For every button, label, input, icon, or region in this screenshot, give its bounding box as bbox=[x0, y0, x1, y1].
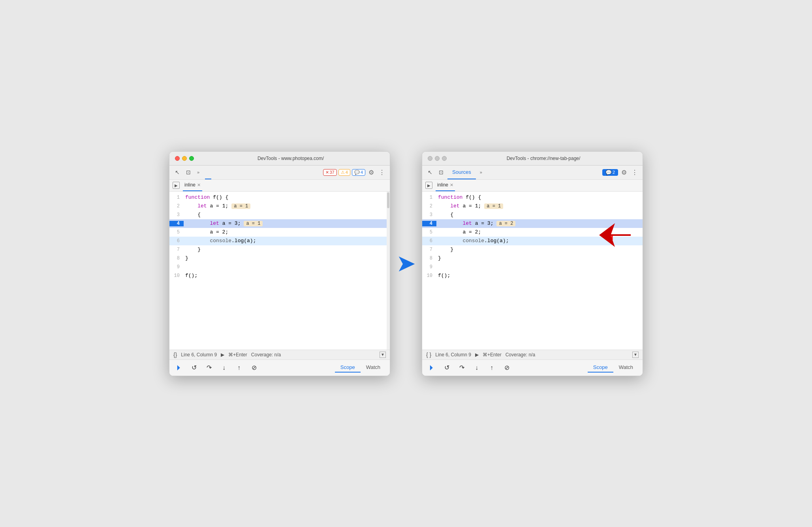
scene: DevTools - www.photopea.com/ ↖ ⊡ » ✕ 37 … bbox=[153, 136, 659, 392]
value-badge: a = 2 bbox=[496, 221, 515, 226]
right-step-out-button[interactable]: ↑ bbox=[486, 362, 497, 373]
table-row: 8} bbox=[169, 254, 390, 263]
code-token: f(); bbox=[438, 273, 450, 279]
left-close-button[interactable] bbox=[175, 156, 180, 161]
console-token: console bbox=[462, 238, 484, 244]
left-toolbar: ↖ ⊡ » ✕ 37 ⚠ 4 💬 4 ⚙ ⋮ bbox=[169, 166, 390, 180]
value-badge: a = 1 bbox=[484, 203, 503, 209]
right-code-area[interactable]: 1function f() {2 let a = 1;a = 13 {4 let… bbox=[422, 192, 643, 350]
code-token: } bbox=[438, 255, 441, 261]
right-play-button[interactable]: ▶ bbox=[425, 182, 432, 189]
right-run-label: ⌘+Enter bbox=[483, 352, 502, 358]
table-row: 10f(); bbox=[422, 271, 643, 280]
left-bottom-toolbar: ⏵ ↺ ↷ ↓ ↑ ⊘ Scope Watch bbox=[169, 359, 390, 376]
right-message-badge[interactable]: 💬 2 bbox=[602, 169, 618, 176]
right-watch-tab[interactable]: Watch bbox=[613, 363, 639, 373]
right-title: DevTools - chrome://new-tab-page/ bbox=[450, 156, 637, 161]
left-deactivate-button[interactable]: ⊘ bbox=[248, 362, 259, 373]
left-format-button[interactable]: {} bbox=[173, 352, 177, 358]
right-maximize-button[interactable] bbox=[442, 156, 447, 161]
code-token: .log(a); bbox=[484, 238, 509, 244]
left-minimize-button[interactable] bbox=[182, 156, 187, 161]
code-token bbox=[438, 203, 450, 209]
left-maximize-button[interactable] bbox=[189, 156, 194, 161]
right-close-button[interactable] bbox=[428, 156, 432, 161]
right-traffic-lights bbox=[428, 156, 447, 161]
right-inline-tab[interactable]: inline ✕ bbox=[436, 180, 455, 191]
left-code-area[interactable]: 1function f() {2 let a = 1;a = 13 {4 let… bbox=[169, 192, 390, 350]
left-tab-close[interactable]: ✕ bbox=[197, 183, 201, 188]
big-arrow-icon: ➤ bbox=[396, 252, 416, 275]
right-layers-icon[interactable]: ⊡ bbox=[436, 168, 446, 177]
console-token: console bbox=[210, 238, 231, 244]
left-long-resume-button[interactable]: ↺ bbox=[188, 362, 199, 373]
right-long-resume-button[interactable]: ↺ bbox=[441, 362, 452, 373]
right-cursor-icon[interactable]: ↖ bbox=[425, 168, 435, 177]
transition-arrow: ➤ bbox=[390, 252, 422, 275]
left-settings-icon[interactable]: ⚙ bbox=[367, 167, 376, 178]
table-row: 4 let a = 3;a = 1 bbox=[169, 219, 390, 228]
left-resume-button[interactable]: ⏵ bbox=[173, 362, 184, 373]
left-step-into-button[interactable]: ↓ bbox=[218, 362, 229, 373]
right-settings-icon[interactable]: ⚙ bbox=[620, 167, 628, 178]
right-deactivate-button[interactable]: ⊘ bbox=[501, 362, 512, 373]
left-title: DevTools - www.photopea.com/ bbox=[197, 156, 384, 161]
table-row: 1function f() { bbox=[169, 193, 390, 202]
right-step-over-button[interactable]: ↷ bbox=[456, 362, 467, 373]
code-token: { bbox=[438, 212, 453, 218]
right-tab-close[interactable]: ✕ bbox=[450, 183, 453, 188]
left-error-badge[interactable]: ✕ 37 bbox=[323, 169, 337, 176]
right-format-button[interactable]: { } bbox=[426, 352, 431, 358]
code-token: f() { bbox=[210, 194, 228, 200]
red-arrow-svg bbox=[599, 223, 631, 248]
right-file-tab-bar: ▶ inline ✕ bbox=[422, 180, 643, 192]
right-bottom-tabs: Scope Watch bbox=[588, 363, 639, 373]
code-token: a = 3; bbox=[472, 220, 494, 226]
code-token bbox=[185, 220, 210, 226]
code-token: a = 2; bbox=[438, 229, 481, 235]
left-scrollbar[interactable] bbox=[387, 192, 390, 350]
left-file-tab-bar: ▶ inline ✕ bbox=[169, 180, 390, 192]
left-status-bar: {} Line 6, Column 9 ▶ ⌘+Enter Coverage: … bbox=[169, 350, 390, 359]
table-row: 5 a = 2; bbox=[169, 228, 390, 237]
code-token: a = 3; bbox=[219, 220, 241, 226]
left-step-out-button[interactable]: ↑ bbox=[233, 362, 244, 373]
left-more-icon[interactable]: ⋮ bbox=[377, 167, 387, 178]
right-step-into-button[interactable]: ↓ bbox=[471, 362, 482, 373]
code-token: f() { bbox=[462, 194, 481, 200]
left-scrollbar-thumb[interactable] bbox=[387, 192, 389, 208]
right-title-bar: DevTools - chrome://new-tab-page/ bbox=[422, 152, 643, 166]
code-token: .log(a); bbox=[231, 238, 256, 244]
value-badge: a = 1 bbox=[231, 203, 250, 209]
value-badge: a = 1 bbox=[244, 221, 263, 226]
left-step-over-button[interactable]: ↷ bbox=[203, 362, 214, 373]
svg-marker-0 bbox=[599, 223, 631, 247]
right-more-icon[interactable]: ⋮ bbox=[630, 167, 639, 178]
right-scope-tab[interactable]: Scope bbox=[588, 363, 613, 373]
table-row: 9 bbox=[422, 263, 643, 271]
right-sources-tab[interactable]: Sources bbox=[447, 165, 476, 179]
code-token bbox=[438, 238, 462, 244]
left-devtools-window: DevTools - www.photopea.com/ ↖ ⊡ » ✕ 37 … bbox=[169, 151, 390, 376]
code-token: a = 2; bbox=[185, 229, 228, 235]
left-info-badge[interactable]: 💬 4 bbox=[352, 169, 365, 176]
left-traffic-lights bbox=[175, 156, 194, 161]
left-warning-badge[interactable]: ⚠ 4 bbox=[338, 169, 350, 176]
keyword-token: let bbox=[450, 203, 459, 209]
left-scope-tab[interactable]: Scope bbox=[335, 363, 361, 373]
table-row: 2 let a = 1;a = 1 bbox=[422, 202, 643, 211]
code-token bbox=[185, 238, 210, 244]
left-watch-tab[interactable]: Watch bbox=[361, 363, 386, 373]
left-play-button[interactable]: ▶ bbox=[173, 182, 180, 189]
table-row: 3 { bbox=[422, 211, 643, 219]
code-token: f(); bbox=[185, 273, 197, 279]
left-more-panels[interactable]: » bbox=[195, 169, 202, 175]
right-resume-button[interactable]: ⏵ bbox=[426, 362, 437, 373]
left-layers-icon[interactable]: ⊡ bbox=[184, 168, 193, 177]
left-cursor-icon[interactable]: ↖ bbox=[173, 168, 182, 177]
right-more-panels[interactable]: » bbox=[477, 169, 485, 175]
right-minimize-button[interactable] bbox=[435, 156, 440, 161]
right-coverage: Coverage: n/a bbox=[506, 352, 535, 358]
left-inline-tab[interactable]: inline ✕ bbox=[183, 180, 202, 191]
code-token: a = 1; bbox=[207, 203, 229, 209]
